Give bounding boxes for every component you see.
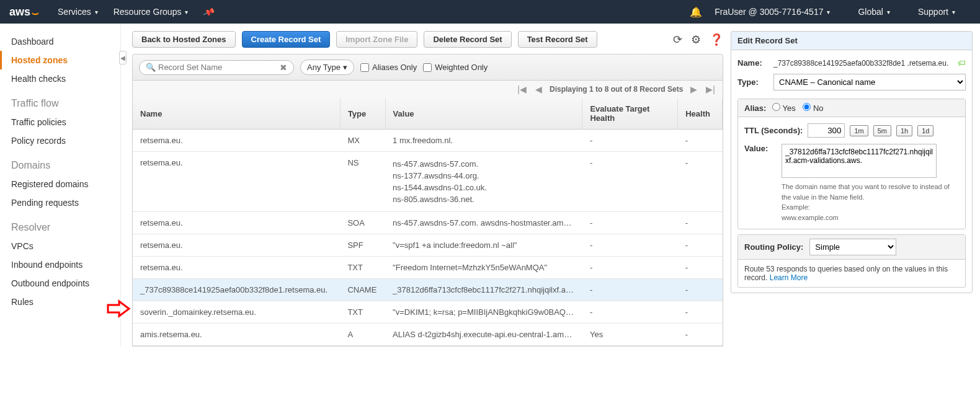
routing-select[interactable]: Simple <box>809 239 896 255</box>
weighted-only-checkbox[interactable]: Weighted Only <box>423 63 488 72</box>
search-input[interactable] <box>158 63 280 72</box>
panel-title: Edit Record Set <box>731 32 972 50</box>
chevron-down-icon: ▾ <box>827 9 830 15</box>
table-row[interactable]: retsema.eu.SPF"v=spf1 +a include:freedom… <box>133 234 723 257</box>
pagination-bar: |◀ ◀ Displaying 1 to 8 out of 8 Record S… <box>132 81 723 98</box>
cell-type: TXT <box>340 257 385 279</box>
back-button[interactable]: Back to Hosted Zones <box>132 31 236 48</box>
sidebar-item-vpcs[interactable]: VPCs <box>0 237 120 255</box>
alias-row: Alias: Yes No <box>738 99 965 117</box>
page-first-icon[interactable]: |◀ <box>516 84 528 94</box>
cell-type: CNAME <box>340 279 385 301</box>
nav-region[interactable]: Global▾ <box>858 7 889 17</box>
sidebar-collapse-toggle[interactable]: ◀ <box>119 51 127 64</box>
sidebar-item-rules[interactable]: Rules <box>0 293 120 311</box>
cell-health: - <box>678 152 723 212</box>
cell-value: ALIAS d-t2gizb4shj.execute-api.eu-centra… <box>385 324 582 346</box>
gear-icon[interactable]: ⚙ <box>691 33 701 46</box>
cell-eth: - <box>582 301 678 324</box>
type-select[interactable]: CNAME – Canonical name <box>773 74 966 91</box>
nav-resource-groups[interactable]: Resource Groups▾ <box>114 7 189 17</box>
nav-user[interactable]: FraUser @ 3005-7716-4517▾ <box>715 7 830 17</box>
refresh-icon[interactable]: ⟳ <box>673 33 682 46</box>
sidebar-item-hosted-zones[interactable]: Hosted zones <box>0 51 120 69</box>
create-record-button[interactable]: Create Record Set <box>242 31 331 48</box>
cell-type: SPF <box>340 234 385 257</box>
tag-icon[interactable]: 🏷 <box>958 58 966 68</box>
ttl-input[interactable] <box>808 123 845 138</box>
table-row[interactable]: soverin._domainkey.retsema.eu.TXT"v=DKIM… <box>133 301 723 324</box>
sidebar-item-policy-records[interactable]: Policy records <box>0 131 120 150</box>
cell-health: - <box>678 279 723 301</box>
sidebar-section-resolver: Resolver <box>0 218 120 237</box>
cell-name: soverin._domainkey.retsema.eu. <box>133 301 340 324</box>
cell-eth: - <box>582 257 678 279</box>
pagination-text: Displaying 1 to 8 out of 8 Record Sets <box>550 85 683 94</box>
cell-name: retsema.eu. <box>133 257 340 279</box>
sidebar-item-inbound-endpoints[interactable]: Inbound endpoints <box>0 255 120 274</box>
cell-health: - <box>678 257 723 279</box>
learn-more-link[interactable]: Learn More <box>770 273 808 282</box>
cell-value: _37812d6ffa713cfcf8ebc1117fc2f271.nhqijq… <box>385 279 582 301</box>
routing-row: Routing Policy: Simple <box>738 235 965 260</box>
value-label: Value: <box>744 144 775 178</box>
table-row[interactable]: retsema.eu.MX1 mx.freedom.nl.-- <box>133 130 723 152</box>
chevron-down-icon: ▾ <box>185 9 188 15</box>
cell-value: 1 mx.freedom.nl. <box>385 130 582 152</box>
search-icon: 🔍 <box>146 63 156 72</box>
col-name[interactable]: Name <box>133 98 340 130</box>
test-record-button[interactable]: Test Record Set <box>518 31 597 48</box>
table-row[interactable]: retsema.eu.NSns-457.awsdns-57.com.ns-137… <box>133 152 723 212</box>
table-row[interactable]: retsema.eu.SOAns-457.awsdns-57.com. awsd… <box>133 212 723 234</box>
cell-type: MX <box>340 130 385 152</box>
cell-name: retsema.eu. <box>133 212 340 234</box>
name-label: Name: <box>737 58 768 68</box>
col-type[interactable]: Type <box>340 98 385 130</box>
type-filter[interactable]: Any Type ▾ <box>300 60 354 75</box>
import-zone-button[interactable]: Import Zone File <box>336 31 417 48</box>
sidebar-item-dashboard[interactable]: Dashboard <box>0 32 120 51</box>
col-value[interactable]: Value <box>385 98 582 130</box>
alias-yes-radio[interactable]: Yes <box>772 104 796 113</box>
clear-icon[interactable]: ✖ <box>280 63 287 73</box>
sidebar-item-traffic-policies[interactable]: Traffic policies <box>0 113 120 131</box>
cell-eth: - <box>582 152 678 212</box>
ttl-label: TTL (Seconds): <box>744 126 803 135</box>
bell-icon[interactable]: 🔔 <box>690 6 702 18</box>
page-prev-icon[interactable]: ◀ <box>534 84 543 94</box>
value-textarea[interactable] <box>782 144 937 178</box>
cell-value: "v=spf1 +a include:freedom.nl ~all" <box>385 234 582 257</box>
alias-no-radio[interactable]: No <box>803 104 823 113</box>
edit-record-panel: Edit Record Set Name: _737c89388ce141925… <box>731 31 973 293</box>
pin-icon[interactable]: 📌 <box>202 6 215 19</box>
sidebar-item-health-checks[interactable]: Health checks <box>0 69 120 88</box>
help-icon[interactable]: ❓ <box>710 33 723 46</box>
sidebar-item-pending-requests[interactable]: Pending requests <box>0 193 120 212</box>
aliases-only-checkbox[interactable]: Aliases Only <box>360 63 417 72</box>
page-last-icon[interactable]: ▶| <box>705 84 716 94</box>
sidebar-item-registered-domains[interactable]: Registered domains <box>0 175 120 193</box>
nav-support[interactable]: Support▾ <box>918 7 955 17</box>
name-value: _737c89388ce141925aefa00b332f8de1 .retse… <box>773 59 953 68</box>
table-row[interactable]: retsema.eu.TXT"Freedom Internet=MzhzkY5n… <box>133 257 723 279</box>
search-box[interactable]: 🔍 ✖ <box>139 60 294 75</box>
cell-health: - <box>678 234 723 257</box>
nav-services[interactable]: Services▾ <box>58 7 98 17</box>
col-health[interactable]: Health <box>678 98 723 130</box>
col-eth[interactable]: Evaluate Target Health <box>582 98 678 130</box>
ttl-preset-1d[interactable]: 1d <box>917 125 933 136</box>
cell-name: retsema.eu. <box>133 130 340 152</box>
table-row[interactable]: _737c89388ce141925aefa00b332f8de1.retsem… <box>133 279 723 301</box>
page-next-icon[interactable]: ▶ <box>689 84 698 94</box>
table-row[interactable]: amis.retsema.eu.AALIAS d-t2gizb4shj.exec… <box>133 324 723 346</box>
delete-record-button[interactable]: Delete Record Set <box>424 31 511 48</box>
cell-type: NS <box>340 152 385 212</box>
ttl-preset-5m[interactable]: 5m <box>873 125 891 136</box>
cell-type: TXT <box>340 301 385 324</box>
ttl-preset-1m[interactable]: 1m <box>850 125 868 136</box>
cell-value: ns-457.awsdns-57.com. awsdns-hostmaster.… <box>385 212 582 234</box>
ttl-preset-1h[interactable]: 1h <box>896 125 912 136</box>
aws-logo[interactable]: aws⌣ <box>9 6 39 19</box>
record-table: Name Type Value Evaluate Target Health H… <box>132 98 723 347</box>
sidebar-item-outbound-endpoints[interactable]: Outbound endpoints <box>0 274 120 293</box>
